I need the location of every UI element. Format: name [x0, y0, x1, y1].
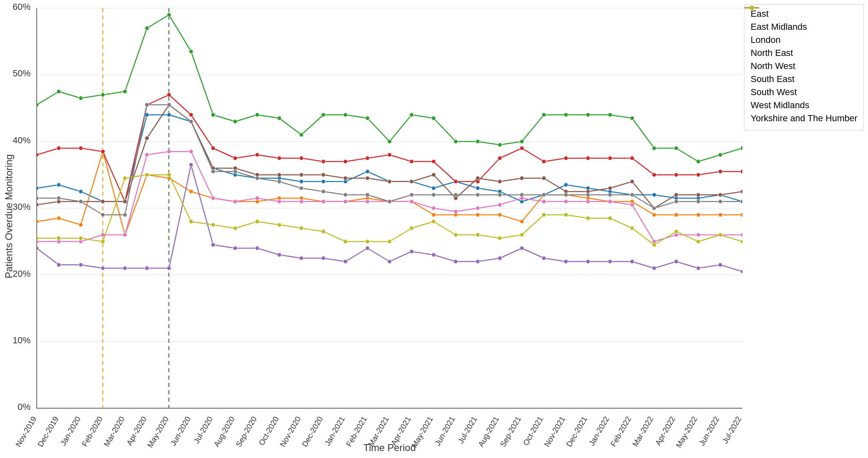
svg-point-256 — [123, 233, 127, 237]
svg-point-368 — [750, 6, 754, 10]
svg-point-202 — [388, 260, 392, 264]
svg-point-312 — [630, 193, 634, 197]
svg-point-245 — [608, 186, 612, 190]
svg-point-211 — [586, 260, 590, 264]
svg-point-191 — [145, 266, 149, 270]
svg-point-343 — [586, 216, 590, 220]
svg-point-125 — [145, 26, 149, 30]
svg-point-240 — [498, 180, 502, 184]
legend-label-south-west: South West — [751, 87, 797, 98]
svg-point-138 — [432, 116, 436, 120]
svg-point-258 — [167, 149, 171, 153]
svg-point-334 — [388, 240, 392, 244]
legend-label-london: London — [751, 35, 780, 45]
svg-point-109 — [520, 220, 524, 224]
svg-point-217 — [718, 263, 722, 267]
svg-point-199 — [321, 256, 326, 260]
svg-point-144 — [564, 113, 568, 117]
svg-point-327 — [233, 226, 237, 230]
legend-label-north-west: North West — [751, 61, 795, 71]
svg-point-123 — [101, 93, 105, 97]
svg-point-168 — [365, 156, 370, 160]
svg-point-267 — [365, 200, 370, 204]
svg-point-150 — [696, 160, 700, 164]
svg-point-165 — [299, 156, 303, 160]
svg-point-316 — [718, 200, 722, 204]
svg-point-207 — [498, 256, 502, 260]
svg-point-295 — [255, 176, 259, 180]
svg-point-197 — [277, 253, 281, 257]
legend-item-east: East — [751, 9, 857, 19]
svg-point-160 — [189, 113, 193, 117]
svg-point-180 — [630, 156, 634, 160]
svg-point-121 — [57, 89, 61, 93]
legend-item-north-east: North East — [751, 48, 857, 58]
svg-point-293 — [211, 169, 215, 173]
svg-point-203 — [410, 249, 414, 253]
svg-point-223 — [123, 200, 127, 204]
svg-point-345 — [630, 226, 634, 230]
svg-point-330 — [299, 226, 303, 230]
svg-point-151 — [718, 153, 722, 157]
svg-point-146 — [608, 113, 612, 117]
svg-point-279 — [630, 203, 634, 207]
svg-point-149 — [674, 146, 678, 150]
legend-item-west-midlands: West Midlands — [751, 100, 857, 111]
legend-item-east-midlands: East Midlands — [751, 22, 857, 32]
svg-point-89 — [79, 223, 83, 227]
svg-point-277 — [586, 200, 590, 204]
svg-point-275 — [542, 200, 546, 204]
svg-point-177 — [564, 156, 568, 160]
svg-point-196 — [255, 246, 259, 250]
svg-point-127 — [189, 49, 193, 53]
svg-point-163 — [255, 153, 259, 157]
y-axis-label: Patients Overdue Monitoring — [3, 154, 14, 278]
svg-point-262 — [255, 196, 259, 200]
svg-point-118 — [718, 213, 722, 217]
legend-item-london: London — [751, 35, 857, 45]
svg-point-171 — [432, 160, 436, 164]
svg-point-291 — [167, 103, 171, 107]
svg-point-74 — [476, 186, 480, 190]
svg-point-294 — [233, 169, 237, 173]
svg-point-269 — [410, 200, 414, 204]
legend-label-north-east: North East — [751, 48, 793, 58]
svg-point-187 — [57, 263, 61, 267]
svg-point-190 — [123, 266, 127, 270]
svg-point-182 — [674, 173, 678, 177]
svg-point-147 — [630, 116, 634, 120]
svg-point-222 — [101, 200, 105, 204]
svg-point-143 — [542, 113, 546, 117]
svg-point-237 — [432, 173, 436, 177]
svg-point-231 — [299, 173, 303, 177]
svg-point-342 — [564, 213, 568, 217]
svg-point-249 — [696, 193, 700, 197]
svg-point-341 — [542, 213, 546, 217]
svg-point-66 — [299, 180, 303, 184]
svg-point-239 — [476, 176, 480, 180]
svg-point-155 — [79, 146, 83, 150]
svg-point-159 — [167, 93, 171, 97]
svg-point-288 — [101, 213, 105, 217]
svg-point-321 — [101, 240, 105, 244]
svg-point-105 — [432, 213, 436, 217]
svg-point-290 — [145, 103, 149, 107]
svg-point-209 — [542, 256, 546, 260]
svg-point-233 — [343, 176, 348, 180]
svg-point-332 — [343, 240, 348, 244]
svg-point-193 — [189, 163, 193, 167]
svg-point-124 — [123, 89, 127, 93]
svg-point-336 — [432, 220, 436, 224]
chart-container: 0% 10% 20% 30% 40% 50% 60% Patients Over… — [0, 0, 868, 458]
svg-point-206 — [476, 260, 480, 264]
svg-point-307 — [520, 193, 524, 197]
svg-point-266 — [343, 200, 348, 204]
svg-text:60%: 60% — [13, 2, 31, 12]
svg-point-129 — [233, 120, 237, 124]
svg-point-192 — [167, 266, 171, 270]
svg-point-322 — [123, 176, 127, 180]
svg-point-326 — [211, 223, 215, 227]
svg-point-140 — [476, 140, 480, 144]
svg-point-349 — [718, 233, 722, 237]
svg-point-174 — [498, 156, 502, 160]
